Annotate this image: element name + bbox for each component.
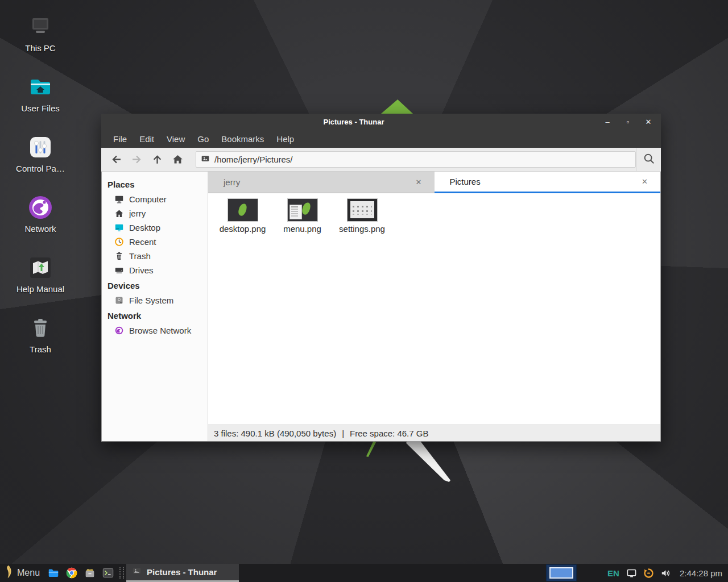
keyboard-layout-indicator[interactable]: EN [607, 568, 619, 578]
launcher-file-manager[interactable] [44, 564, 63, 582]
desktop-display-icon [114, 223, 124, 232]
thunar-window: Pictures - Thunar –▫✕ FileEditViewGoBook… [101, 114, 661, 442]
sidebar-item-label: File System [129, 296, 173, 305]
settings-grid [350, 201, 374, 218]
desktop-thumbnail [228, 199, 258, 221]
tab-close-button[interactable]: ✕ [413, 177, 424, 188]
clock[interactable]: 2:44:28 pm [680, 568, 722, 578]
launcher-chrome[interactable] [63, 564, 81, 582]
tab-jerry[interactable]: jerry✕ [208, 172, 435, 193]
search-button[interactable] [636, 148, 661, 172]
volume-icon [660, 568, 671, 579]
archive-icon [84, 567, 96, 579]
desktop: This PCUser FilesControl Pa…NetworkHelp … [0, 0, 728, 582]
file-name: desktop.png [220, 224, 266, 234]
tray-updates[interactable] [642, 566, 656, 580]
image-file-icon [201, 154, 210, 165]
image-file-icon [132, 568, 142, 577]
sidebar-item-file-system[interactable]: File System [102, 293, 208, 307]
menu-go[interactable]: Go [191, 132, 215, 146]
minimize-button[interactable]: – [603, 118, 612, 127]
network-globe-icon [27, 194, 53, 221]
menu-edit[interactable]: Edit [133, 132, 160, 146]
control-panel-icon [27, 134, 53, 160]
settings-thumbnail [348, 199, 377, 221]
tab-label: Pictures [450, 177, 640, 186]
menu-label: Menu [17, 568, 40, 578]
file-desktop-png[interactable]: desktop.png [215, 199, 270, 234]
taskbar-window-label: Pictures - Thunar [147, 567, 217, 577]
workspace-1[interactable] [549, 567, 573, 579]
feather-blob [301, 202, 311, 215]
sidebar-item-trash[interactable]: Trash [102, 249, 208, 263]
files-summary: 3 files: 490.1 kB (490,050 bytes) [214, 429, 336, 438]
desktop-icon-network[interactable]: Network [9, 194, 72, 234]
recent-clock-icon [114, 237, 124, 247]
desktop-icon-user-files[interactable]: User Files [9, 74, 72, 113]
workspace-switcher[interactable] [546, 564, 577, 581]
tray-display[interactable] [625, 566, 639, 580]
desktop-icon-label: User Files [21, 103, 60, 113]
terminal-icon [102, 567, 114, 579]
status-separator: | [342, 429, 344, 438]
sidebar-item-label: jerry [129, 209, 146, 218]
up-button[interactable] [147, 151, 167, 168]
arrow-left-icon [110, 153, 122, 165]
tray-volume[interactable] [659, 566, 673, 580]
this-pc-icon [27, 14, 53, 40]
file-menu-png[interactable]: menu.png [275, 199, 330, 234]
status-bar: 3 files: 490.1 kB (490,050 bytes) | Free… [208, 425, 660, 441]
desktop-icon-help-manual[interactable]: Help Manual [9, 255, 72, 294]
desktop-icon-control-pa-[interactable]: Control Pa… [9, 134, 72, 173]
panel-grip[interactable] [119, 567, 124, 579]
home-button[interactable] [167, 151, 188, 168]
sidebar-item-drives[interactable]: Drives [102, 263, 208, 277]
app-menu-button[interactable]: Menu [0, 564, 44, 582]
menu-bookmarks[interactable]: Bookmarks [215, 132, 270, 146]
tab-pictures[interactable]: Pictures✕ [435, 172, 661, 193]
launcher-terminal[interactable] [99, 564, 117, 582]
close-button[interactable]: ✕ [644, 118, 653, 127]
launcher-archive-manager[interactable] [81, 564, 99, 582]
sidebar-header-devices: Devices [102, 277, 208, 293]
path-bar[interactable]: /home/jerry/Pictures/ [196, 151, 636, 168]
sidebar-item-desktop[interactable]: Desktop [102, 221, 208, 235]
taskbar-window-button[interactable]: Pictures - Thunar [126, 564, 239, 582]
lite-feather-icon [5, 571, 13, 580]
file-name: settings.png [339, 224, 385, 234]
window-title: Pictures - Thunar [101, 118, 606, 126]
desktop-icon-trash[interactable]: Trash [9, 315, 72, 354]
sidebar-header-places: Places [102, 176, 208, 192]
tab-label: jerry [224, 177, 413, 187]
sidebar-item-label: Computer [129, 194, 167, 204]
file-system-icon [114, 296, 124, 305]
forward-button [126, 151, 147, 168]
tray-icon-list [625, 566, 676, 580]
maximize-button[interactable]: ▫ [623, 118, 632, 127]
computer-icon [114, 194, 124, 204]
sidebar: PlacesComputerjerryDesktopRecentTrashDri… [102, 172, 208, 441]
sidebar-item-jerry[interactable]: jerry [102, 206, 208, 221]
home-icon [172, 153, 184, 165]
fm-blue-icon [47, 567, 60, 579]
sidebar-item-computer[interactable]: Computer [102, 192, 208, 206]
back-button[interactable] [106, 151, 126, 168]
magnifier-icon [643, 157, 655, 167]
files-area[interactable]: desktop.pngmenu.pngsettings.png [208, 193, 660, 425]
window-titlebar[interactable]: Pictures - Thunar –▫✕ [101, 114, 661, 130]
menu-view[interactable]: View [160, 132, 191, 146]
menu-help[interactable]: Help [270, 132, 300, 146]
sidebar-item-browse-network[interactable]: Browse Network [102, 323, 208, 338]
menu-file[interactable]: File [107, 132, 133, 146]
tab-close-button[interactable]: ✕ [639, 176, 650, 187]
menubar: FileEditViewGoBookmarksHelp [101, 130, 661, 148]
chrome-icon [65, 567, 78, 579]
sidebar-item-label: Browse Network [129, 326, 191, 335]
desktop-icon-label: Control Pa… [16, 164, 65, 173]
home-small-icon [114, 209, 124, 218]
browse-network-icon [114, 326, 124, 335]
desktop-icon-this-pc[interactable]: This PC [9, 14, 72, 53]
taskbar-left: Menu Pictures - Thunar [0, 564, 239, 582]
sidebar-item-recent[interactable]: Recent [102, 235, 208, 249]
file-settings-png[interactable]: settings.png [334, 199, 390, 234]
